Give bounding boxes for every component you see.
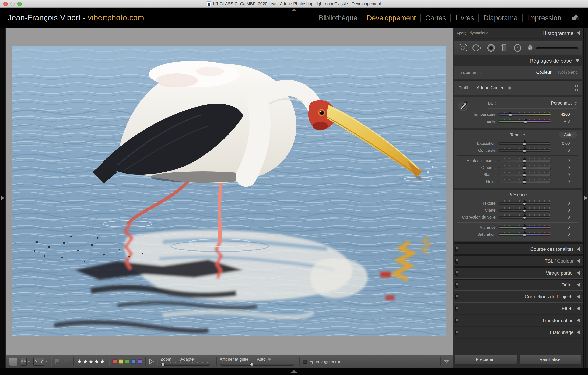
expand-filmstrip-icon[interactable] xyxy=(291,370,297,373)
pick-flag-icon[interactable] xyxy=(55,359,61,365)
stepper-icon[interactable] xyxy=(508,86,511,89)
color-label-1[interactable] xyxy=(118,359,123,364)
slider-thumb[interactable] xyxy=(523,209,526,213)
graduated-filter-icon[interactable] xyxy=(500,43,509,52)
slider-track-area[interactable] xyxy=(498,179,551,184)
slider-track-area[interactable] xyxy=(498,207,551,213)
zoom-label[interactable]: Zoom xyxy=(160,357,171,362)
close-window-button[interactable] xyxy=(3,2,8,6)
slider-track-area[interactable] xyxy=(498,224,551,230)
slider-track-area[interactable] xyxy=(498,214,551,220)
crop-overlay-icon[interactable] xyxy=(459,43,468,52)
color-label-0[interactable] xyxy=(112,359,117,364)
grid-slider-thumb[interactable] xyxy=(250,363,253,366)
color-label-4[interactable] xyxy=(137,359,142,364)
collapse-top-panel-icon[interactable] xyxy=(291,9,297,11)
module-tab-impression[interactable]: Impression xyxy=(523,14,566,22)
slider-thumb[interactable] xyxy=(523,149,526,153)
slider-thumb[interactable] xyxy=(523,166,526,170)
zoom-slider-track[interactable] xyxy=(162,364,210,365)
profile-browser-icon[interactable] xyxy=(572,85,578,91)
auto-tone-button[interactable]: Auto xyxy=(559,132,577,138)
module-tab-développement[interactable]: Développement xyxy=(362,14,420,22)
panel-header-tsl-couleur[interactable]: TSL / Couleur xyxy=(453,256,583,265)
basic-panel-header[interactable]: Réglages de base xyxy=(453,56,583,65)
panel-header-effets[interactable]: Effets xyxy=(453,304,583,313)
panel-header-d-tail[interactable]: Détail xyxy=(453,280,583,289)
module-tab-livres[interactable]: Livres xyxy=(451,14,479,22)
module-tab-bibliothèque[interactable]: Bibliothèque xyxy=(314,14,362,22)
zoom-slider[interactable] xyxy=(160,362,213,366)
slider-track[interactable] xyxy=(498,113,551,116)
slider-track-area[interactable] xyxy=(498,119,551,124)
panel-enable-toggle[interactable] xyxy=(455,318,459,323)
slider-thumb[interactable] xyxy=(523,180,526,184)
panel-header-transformation[interactable]: Transformation xyxy=(453,316,583,325)
panel-enable-toggle[interactable] xyxy=(455,306,459,311)
filmstrip-strip[interactable] xyxy=(0,368,588,375)
treatment-bw-option[interactable]: Noir/blanc xyxy=(558,70,578,75)
minimize-window-button[interactable] xyxy=(10,2,15,6)
slider-thumb[interactable] xyxy=(523,142,526,146)
panel-enable-toggle[interactable] xyxy=(455,294,459,299)
slider-track-area[interactable] xyxy=(498,158,551,163)
radial-filter-icon[interactable] xyxy=(513,43,522,52)
slider-track-area[interactable] xyxy=(498,172,551,177)
red-eye-icon[interactable] xyxy=(486,43,496,52)
sync-status[interactable]: ! xyxy=(571,15,580,21)
slider-thumb[interactable] xyxy=(523,159,526,163)
zoom-window-button[interactable] xyxy=(18,2,22,6)
split-view-button[interactable]: YY xyxy=(33,358,48,365)
fit-label[interactable]: Adapter xyxy=(180,357,195,362)
white-balance-eyedropper-icon[interactable] xyxy=(458,100,468,112)
soft-proofing-control[interactable]: Epreuvage écran xyxy=(303,359,341,364)
reset-button[interactable]: Réinitialiser xyxy=(520,355,582,364)
photo-yellow-billed-stork[interactable] xyxy=(12,46,446,336)
wb-select[interactable]: Personnal. xyxy=(551,101,577,106)
grid-size-slider[interactable] xyxy=(220,362,296,366)
impromptu-slideshow-play-icon[interactable] xyxy=(148,359,154,365)
left-panel-strip[interactable] xyxy=(0,28,6,368)
panel-enable-toggle[interactable] xyxy=(455,282,459,287)
slider-track-area[interactable] xyxy=(498,165,551,170)
slider-track-area[interactable] xyxy=(498,148,551,153)
panel-header-virage-partiel[interactable]: Virage partiel xyxy=(453,268,583,277)
grid-slider-track[interactable] xyxy=(220,364,294,365)
slider-track-area[interactable] xyxy=(498,201,551,206)
slider-track-area[interactable] xyxy=(498,111,551,117)
adjustment-brush-icon[interactable] xyxy=(526,43,534,52)
slider-thumb[interactable] xyxy=(508,113,512,117)
slider-thumb[interactable] xyxy=(523,233,526,237)
panel-enable-toggle[interactable] xyxy=(455,330,459,335)
expand-left-panel-icon[interactable] xyxy=(1,196,4,200)
collapse-right-panel-icon[interactable] xyxy=(585,196,587,200)
panel-enable-toggle[interactable] xyxy=(455,246,459,252)
panel-header-courbe-des-tonalit-s[interactable]: Courbe des tonalités xyxy=(453,244,583,253)
slider-track-area[interactable] xyxy=(498,141,551,146)
color-label-2[interactable] xyxy=(125,359,129,364)
toolbar-options-icon[interactable] xyxy=(444,360,449,363)
slider-thumb[interactable] xyxy=(523,202,526,206)
module-tab-diaporama[interactable]: Diaporama xyxy=(479,14,522,22)
soft-proofing-checkbox[interactable] xyxy=(303,359,307,364)
panel-header-etalonnage[interactable]: Etalonnage xyxy=(453,328,583,337)
slider-thumb[interactable] xyxy=(523,226,526,230)
reject-flag-icon[interactable] xyxy=(64,359,70,365)
slider-thumb[interactable] xyxy=(523,216,526,220)
previous-button[interactable]: Précédent xyxy=(455,355,517,364)
color-label-3[interactable] xyxy=(131,359,136,364)
loupe-view-button[interactable] xyxy=(9,357,18,366)
module-tab-cartes[interactable]: Cartes xyxy=(421,14,451,22)
profile-select[interactable]: Adobe Couleur xyxy=(477,85,506,90)
slider-track-area[interactable] xyxy=(498,232,551,237)
right-panel-strip[interactable] xyxy=(583,28,588,368)
star-rating[interactable]: ★★★★★ xyxy=(77,358,105,365)
panel-header-corrections-de-l-objectif[interactable]: Corrections de l'objectif xyxy=(453,292,583,301)
slider-thumb[interactable] xyxy=(524,120,527,124)
spot-removal-icon[interactable] xyxy=(472,43,482,52)
panel-enable-toggle[interactable] xyxy=(455,270,459,275)
before-after-button[interactable]: RA xyxy=(21,358,30,365)
histogram-header[interactable]: Aperçu dynamique Histogramme xyxy=(453,28,583,37)
treatment-color-option[interactable]: Couleur xyxy=(536,70,552,75)
grid-mode-select[interactable]: Auto xyxy=(257,357,271,362)
